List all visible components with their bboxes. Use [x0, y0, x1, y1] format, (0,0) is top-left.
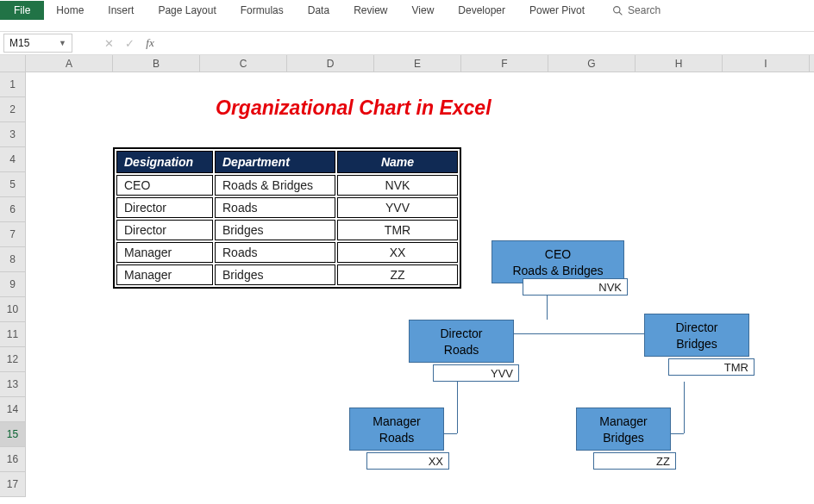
- column-header[interactable]: D: [287, 55, 374, 72]
- column-header[interactable]: E: [374, 55, 461, 72]
- row-header[interactable]: 12: [0, 347, 26, 372]
- connector: [684, 382, 685, 433]
- data-table: Designation Department Name CEO Roads & …: [113, 147, 461, 289]
- tab-formulas[interactable]: Formulas: [229, 1, 296, 20]
- row-header[interactable]: 8: [0, 247, 26, 272]
- column-header[interactable]: F: [461, 55, 548, 72]
- cell-area[interactable]: Organizational Chart in Excel Designatio…: [26, 72, 814, 497]
- svg-line-1: [619, 12, 622, 15]
- ribbon: File Home Insert Page Layout Formulas Da…: [0, 0, 814, 21]
- tab-home[interactable]: Home: [44, 1, 96, 20]
- row-header[interactable]: 11: [0, 322, 26, 347]
- org-title: Manager: [580, 414, 667, 429]
- table-header-row: Designation Department Name: [116, 151, 458, 173]
- table-cell[interactable]: CEO: [116, 175, 213, 196]
- table-header: Department: [215, 151, 335, 173]
- fx-icon[interactable]: fx: [140, 36, 160, 50]
- row-header[interactable]: 14: [0, 397, 26, 422]
- row-header[interactable]: 5: [0, 172, 26, 197]
- table-cell[interactable]: NVK: [337, 175, 458, 196]
- table-header: Designation: [116, 151, 213, 173]
- search-icon: [612, 5, 623, 16]
- table-cell[interactable]: Bridges: [215, 220, 335, 240]
- org-name-label[interactable]: NVK: [523, 278, 628, 296]
- org-title: Director: [648, 320, 745, 335]
- connector: [457, 382, 458, 433]
- search-label: Search: [628, 4, 661, 16]
- row-header[interactable]: 15: [0, 422, 26, 447]
- column-header[interactable]: G: [548, 55, 636, 72]
- org-dept: Roads: [354, 429, 440, 446]
- tab-view[interactable]: View: [400, 1, 447, 20]
- row-header[interactable]: 13: [0, 372, 26, 397]
- table-cell[interactable]: Manager: [116, 242, 213, 263]
- table-cell[interactable]: Manager: [116, 264, 213, 285]
- row-header[interactable]: 9: [0, 272, 26, 297]
- org-name-label[interactable]: XX: [366, 452, 449, 470]
- cancel-formula-icon: ✕: [98, 37, 119, 50]
- table-cell[interactable]: Roads & Bridges: [215, 175, 335, 196]
- row-header[interactable]: 17: [0, 472, 26, 497]
- org-dept: Roads: [413, 341, 510, 358]
- chevron-down-icon[interactable]: ▼: [59, 39, 66, 47]
- table-row: Director Bridges TMR: [116, 220, 458, 240]
- table-header: Name: [337, 151, 458, 173]
- org-dept: Bridges: [648, 335, 745, 352]
- org-name-label[interactable]: TMR: [668, 358, 755, 376]
- row-header[interactable]: 3: [0, 122, 26, 147]
- org-title: CEO: [496, 246, 620, 262]
- org-title: Manager: [354, 414, 440, 429]
- table-row: CEO Roads & Bridges NVK: [116, 175, 458, 196]
- tab-power-pivot[interactable]: Power Pivot: [517, 1, 597, 20]
- table-row: Director Roads YVV: [116, 197, 458, 218]
- name-box-value: M15: [9, 37, 29, 49]
- table-cell[interactable]: XX: [337, 242, 458, 263]
- org-node-director[interactable]: Director Bridges: [644, 314, 749, 357]
- org-title: Director: [413, 326, 510, 341]
- column-headers: A B C D E F G H I: [0, 55, 814, 72]
- org-dept: Roads & Bridges: [496, 262, 620, 279]
- table-cell[interactable]: Director: [116, 220, 213, 240]
- org-dept: Bridges: [580, 429, 667, 446]
- org-node-ceo[interactable]: CEO Roads & Bridges: [492, 240, 624, 283]
- column-header[interactable]: B: [113, 55, 200, 72]
- page-title: Organizational Chart in Excel: [216, 96, 492, 120]
- table-cell[interactable]: ZZ: [337, 264, 458, 285]
- name-box[interactable]: M15 ▼: [3, 34, 72, 53]
- row-header[interactable]: 2: [0, 97, 26, 122]
- search-box[interactable]: Search: [597, 4, 661, 16]
- table-cell[interactable]: Roads: [215, 242, 335, 263]
- org-name-label[interactable]: YVV: [433, 364, 519, 382]
- column-header[interactable]: H: [636, 55, 723, 72]
- tab-page-layout[interactable]: Page Layout: [146, 1, 228, 20]
- enter-formula-icon: ✓: [119, 37, 140, 50]
- tab-review[interactable]: Review: [341, 1, 399, 20]
- tab-insert[interactable]: Insert: [96, 1, 146, 20]
- tab-developer[interactable]: Developer: [446, 1, 517, 20]
- select-all-corner[interactable]: [0, 55, 26, 72]
- row-header[interactable]: 1: [0, 72, 26, 97]
- row-header[interactable]: 16: [0, 447, 26, 472]
- table-cell[interactable]: TMR: [337, 220, 458, 240]
- svg-point-0: [614, 6, 620, 12]
- tab-file[interactable]: File: [0, 1, 44, 20]
- column-header[interactable]: C: [200, 55, 287, 72]
- column-header[interactable]: I: [723, 55, 810, 72]
- org-node-manager[interactable]: Manager Bridges: [576, 408, 671, 451]
- table-cell[interactable]: Director: [116, 197, 213, 218]
- row-header[interactable]: 7: [0, 222, 26, 247]
- table-cell[interactable]: Bridges: [215, 264, 335, 285]
- org-node-manager[interactable]: Manager Roads: [349, 408, 444, 451]
- formula-bar: M15 ▼ ✕ ✓ fx: [0, 31, 814, 55]
- row-header[interactable]: 4: [0, 147, 26, 172]
- column-header[interactable]: A: [26, 55, 113, 72]
- org-name-label[interactable]: ZZ: [593, 452, 676, 470]
- table-cell[interactable]: YVV: [337, 197, 458, 218]
- row-header[interactable]: 6: [0, 197, 26, 222]
- org-node-director[interactable]: Director Roads: [409, 320, 514, 363]
- tab-data[interactable]: Data: [296, 1, 341, 20]
- row-header[interactable]: 10: [0, 297, 26, 322]
- table-row: Manager Roads XX: [116, 242, 458, 263]
- table-cell[interactable]: Roads: [215, 197, 335, 218]
- table-row: Manager Bridges ZZ: [116, 264, 458, 285]
